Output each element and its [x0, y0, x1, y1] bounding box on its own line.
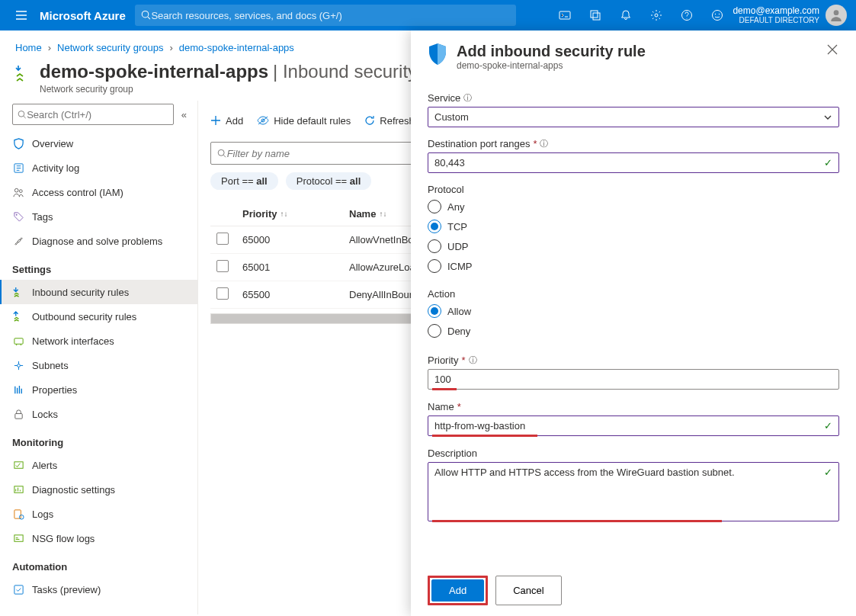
dest-port-input[interactable]: 80,443 ✓: [428, 152, 839, 173]
protocol-radio-icmp[interactable]: ICMP: [428, 259, 839, 273]
add-rule-panel: Add inbound security rule demo-spoke-int…: [411, 30, 856, 616]
sidebar-item-label: Access control (IAM): [32, 187, 123, 198]
action-radio-deny[interactable]: Deny: [428, 324, 839, 338]
sidebar-item-diagnostic-settings[interactable]: Diagnostic settings: [0, 477, 197, 502]
filter-pill-protocol[interactable]: Protocol == all: [286, 172, 372, 190]
notifications-icon[interactable]: [611, 0, 641, 30]
sidebar-item-label: Subnets: [32, 360, 69, 371]
protocol-radio-any[interactable]: Any: [428, 200, 839, 213]
sidebar-item-locks[interactable]: Locks: [0, 402, 197, 426]
sidebar-item-nics[interactable]: Network interfaces: [0, 329, 197, 353]
textarea-value: Allow HTTP and HTTPS access from the Wir…: [434, 467, 735, 478]
radio-label: UDP: [447, 241, 468, 252]
panel-subtitle: demo-spoke-internal-apps: [457, 60, 646, 71]
hamburger-menu-icon[interactable]: [6, 9, 37, 21]
input-value: 100: [434, 374, 451, 385]
search-icon: [141, 10, 152, 21]
shield-icon: [428, 43, 447, 66]
chevron-right-icon: ›: [169, 42, 172, 53]
sidebar-item-subnets[interactable]: Subnets: [0, 353, 197, 377]
directories-icon[interactable]: [580, 0, 611, 30]
sidebar-section-automation: Automation: [0, 550, 197, 577]
cell-priority: 65500: [242, 289, 349, 300]
sidebar-item-label: Logs: [32, 509, 53, 520]
protocol-radio-udp[interactable]: UDP: [428, 239, 839, 253]
sidebar-item-inbound-rules[interactable]: Inbound security rules: [0, 280, 197, 304]
sidebar-search-input[interactable]: [27, 109, 168, 120]
svg-point-6: [713, 11, 723, 21]
action-radio-allow[interactable]: Allow: [428, 304, 839, 318]
add-button[interactable]: Add: [210, 115, 243, 127]
global-search-input[interactable]: [151, 10, 509, 21]
row-checkbox[interactable]: [216, 260, 229, 272]
hide-default-button[interactable]: Hide default rules: [257, 115, 351, 127]
sidebar-item-label: Locks: [32, 409, 58, 420]
name-input[interactable]: http-from-wg-bastion ✓: [428, 415, 839, 436]
sidebar: « Overview Activity log Access control (…: [0, 101, 198, 614]
collapse-sidebar-icon[interactable]: «: [178, 106, 190, 124]
sidebar-item-outbound-rules[interactable]: Outbound security rules: [0, 304, 197, 329]
sidebar-item-activity-log[interactable]: Activity log: [0, 156, 197, 180]
svg-point-12: [14, 188, 18, 192]
annotation-underline: [432, 520, 722, 522]
cloud-shell-icon[interactable]: [550, 0, 580, 30]
info-icon[interactable]: ⓘ: [469, 355, 477, 366]
dest-port-label: Destination port ranges * ⓘ: [428, 138, 839, 149]
filter-pill-port[interactable]: Port == all: [210, 172, 278, 190]
global-search[interactable]: [135, 5, 516, 26]
add-rule-button[interactable]: Add: [431, 579, 484, 602]
sidebar-item-label: NSG flow logs: [32, 533, 95, 544]
close-icon[interactable]: [826, 43, 839, 56]
cancel-button[interactable]: Cancel: [495, 576, 561, 605]
sidebar-item-iam[interactable]: Access control (IAM): [0, 180, 197, 204]
feedback-icon[interactable]: [702, 0, 733, 30]
service-label: Service ⓘ: [428, 92, 839, 104]
refresh-button[interactable]: Refresh: [364, 115, 415, 127]
service-select[interactable]: Custom: [428, 107, 839, 127]
svg-rect-1: [559, 11, 570, 19]
sidebar-item-tags[interactable]: Tags: [0, 204, 197, 229]
svg-point-0: [142, 11, 149, 18]
protocol-radio-group: Any TCP UDP ICMP: [428, 200, 839, 273]
sidebar-item-flow-logs[interactable]: NSG flow logs: [0, 526, 197, 550]
info-icon[interactable]: ⓘ: [540, 138, 548, 149]
help-icon[interactable]: [672, 0, 702, 30]
avatar-icon: [826, 5, 847, 26]
svg-point-25: [218, 149, 224, 156]
sidebar-item-label: Properties: [32, 384, 77, 396]
toolbar-label: Hide default rules: [274, 115, 351, 127]
account-menu[interactable]: demo@example.com DEFAULT DIRECTORY: [733, 5, 850, 26]
description-label: Description: [428, 448, 839, 459]
protocol-radio-tcp[interactable]: TCP: [428, 220, 839, 233]
settings-icon[interactable]: [641, 0, 672, 30]
svg-point-16: [17, 364, 20, 367]
row-checkbox[interactable]: [216, 287, 229, 300]
breadcrumb-nsg-list[interactable]: Network security groups: [57, 42, 163, 53]
sidebar-item-label: Tags: [32, 211, 53, 223]
svg-point-4: [655, 14, 658, 17]
name-label: Name *: [428, 401, 839, 412]
account-directory: DEFAULT DIRECTORY: [733, 16, 819, 25]
sidebar-item-label: Alerts: [32, 460, 57, 471]
sidebar-item-label: Overview: [32, 138, 73, 149]
sidebar-item-alerts[interactable]: Alerts: [0, 453, 197, 477]
info-icon[interactable]: ⓘ: [463, 92, 472, 104]
breadcrumb-home[interactable]: Home: [15, 42, 42, 53]
breadcrumb-resource[interactable]: demo-spoke-internal-apps: [179, 42, 294, 53]
svg-rect-2: [591, 11, 598, 18]
column-header-priority[interactable]: Priority↑↓: [242, 208, 349, 220]
radio-label: Allow: [447, 306, 471, 317]
sidebar-item-logs[interactable]: Logs: [0, 502, 197, 526]
description-textarea[interactable]: Allow HTTP and HTTPS access from the Wir…: [428, 462, 839, 521]
svg-point-8: [719, 14, 720, 14]
priority-input[interactable]: 100: [428, 369, 839, 390]
checkmark-icon: ✓: [824, 420, 832, 432]
brand-label[interactable]: Microsoft Azure: [37, 9, 135, 22]
sidebar-item-diagnose[interactable]: Diagnose and solve problems: [0, 229, 197, 253]
sidebar-item-overview[interactable]: Overview: [0, 131, 197, 156]
sidebar-item-properties[interactable]: Properties: [0, 377, 197, 402]
sidebar-item-tasks[interactable]: Tasks (preview): [0, 577, 197, 602]
search-icon: [217, 149, 227, 159]
sidebar-search[interactable]: [12, 104, 174, 125]
row-checkbox[interactable]: [216, 233, 229, 245]
